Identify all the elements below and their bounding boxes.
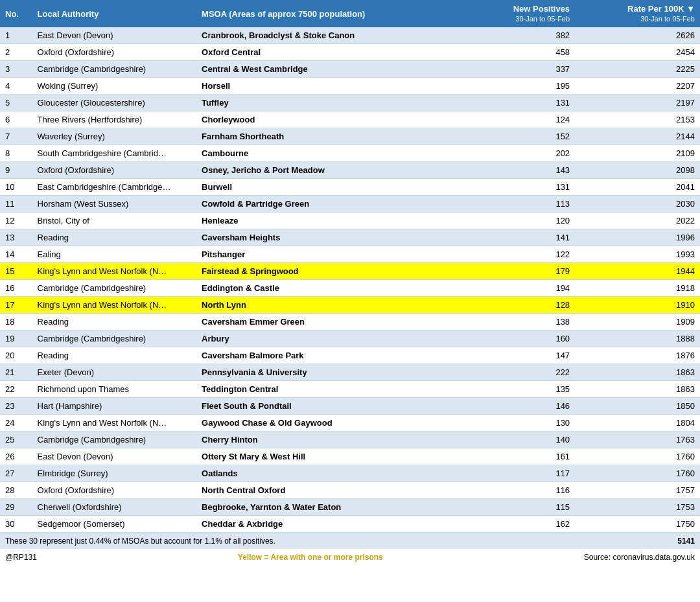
cell-msoa: North Central Oxford [196, 482, 447, 499]
table-row: 30Sedgemoor (Somerset)Cheddar & Axbridge… [0, 516, 700, 533]
table-row: 1East Devon (Devon)Cranbrook, Broadclyst… [0, 27, 700, 44]
cell-new-positives: 179 [447, 263, 575, 280]
cell-msoa: Cowfold & Partridge Green [196, 196, 447, 213]
table-row: 3Cambridge (Cambridgeshire)Central & Wes… [0, 61, 700, 78]
attribution-left: @RP131 [5, 553, 37, 562]
table-row: 21Exeter (Devon)Pennsylvania & Universit… [0, 364, 700, 381]
table-row: 12Bristol, City ofHenleaze1202022 [0, 213, 700, 229]
cell-rate: 2022 [575, 213, 700, 229]
table-row: 23Hart (Hampshire)Fleet South & Pondtail… [0, 398, 700, 415]
cell-msoa: Caversham Emmer Green [196, 314, 447, 330]
cell-rate: 2098 [575, 162, 700, 179]
cell-la: Reading [32, 229, 196, 246]
header-msoa: MSOA (Areas of approx 7500 population) [196, 0, 447, 27]
cell-rate: 2153 [575, 111, 700, 128]
cell-msoa: Begbrooke, Yarnton & Water Eaton [196, 499, 447, 516]
cell-rate: 1863 [575, 381, 700, 398]
cell-la: Woking (Surrey) [32, 78, 196, 95]
cell-no: 12 [0, 213, 32, 229]
table-row: 9Oxford (Oxfordshire)Osney, Jericho & Po… [0, 162, 700, 179]
cell-rate: 1944 [575, 263, 700, 280]
cell-new-positives: 138 [447, 314, 575, 330]
cell-new-positives: 458 [447, 44, 575, 61]
cell-la: East Devon (Devon) [32, 448, 196, 465]
table-row: 20ReadingCaversham Balmore Park1471876 [0, 347, 700, 364]
cell-no: 15 [0, 263, 32, 280]
cell-no: 4 [0, 78, 32, 95]
cell-no: 1 [0, 27, 32, 44]
cell-new-positives: 202 [447, 145, 575, 162]
cell-la: Cambridge (Cambridgeshire) [32, 330, 196, 347]
footer-total: 5141 [677, 537, 695, 546]
cell-no: 29 [0, 499, 32, 516]
header-no: No. [0, 0, 32, 27]
cell-la: Bristol, City of [32, 213, 196, 229]
cell-no: 2 [0, 44, 32, 61]
table-row: 29Cherwell (Oxfordshire)Begbrooke, Yarnt… [0, 499, 700, 516]
cell-new-positives: 140 [447, 432, 575, 448]
cell-no: 23 [0, 398, 32, 415]
cell-new-positives: 337 [447, 61, 575, 78]
table-row: 4Woking (Surrey)Horsell1952207 [0, 78, 700, 95]
cell-msoa: Cherry Hinton [196, 432, 447, 448]
cell-rate: 2144 [575, 128, 700, 145]
cell-new-positives: 194 [447, 280, 575, 297]
cell-la: King's Lynn and West Norfolk (N… [32, 263, 196, 280]
cell-msoa: Teddington Central [196, 381, 447, 398]
cell-msoa: Fairstead & Springwood [196, 263, 447, 280]
cell-new-positives: 122 [447, 246, 575, 263]
table-row: 13ReadingCaversham Heights1411996 [0, 229, 700, 246]
cell-rate: 1918 [575, 280, 700, 297]
table-row: 5Gloucester (Gloucestershire)Tuffley1312… [0, 95, 700, 111]
cell-la: Cherwell (Oxfordshire) [32, 499, 196, 516]
cell-no: 21 [0, 364, 32, 381]
cell-la: South Cambridgeshire (Cambrid… [32, 145, 196, 162]
cell-rate: 2225 [575, 61, 700, 78]
bottom-bar: @RP131 Yellow = Area with one or more pr… [0, 549, 700, 566]
cell-new-positives: 161 [447, 448, 575, 465]
table-row: 18ReadingCaversham Emmer Green1381909 [0, 314, 700, 330]
cell-new-positives: 195 [447, 78, 575, 95]
cell-msoa: Farnham Shortheath [196, 128, 447, 145]
cell-rate: 2454 [575, 44, 700, 61]
cell-new-positives: 117 [447, 465, 575, 482]
header-new: New Positives 30-Jan to 05-Feb [447, 0, 575, 27]
table-row: 14EalingPitshanger1221993 [0, 246, 700, 263]
main-container: No. Local Authority MSOA (Areas of appro… [0, 0, 700, 566]
cell-rate: 1850 [575, 398, 700, 415]
cell-msoa: Pennsylvania & University [196, 364, 447, 381]
cell-msoa: Chorleywood [196, 111, 447, 128]
cell-no: 17 [0, 297, 32, 314]
cell-rate: 2030 [575, 196, 700, 213]
cell-no: 14 [0, 246, 32, 263]
cell-msoa: Caversham Balmore Park [196, 347, 447, 364]
cell-new-positives: 146 [447, 398, 575, 415]
table-row: 25Cambridge (Cambridgeshire)Cherry Hinto… [0, 432, 700, 448]
table-row: 22Richmond upon ThamesTeddington Central… [0, 381, 700, 398]
cell-la: Three Rivers (Hertfordshire) [32, 111, 196, 128]
cell-msoa: Cheddar & Axbridge [196, 516, 447, 533]
cell-no: 19 [0, 330, 32, 347]
cell-msoa: Horsell [196, 78, 447, 95]
cell-msoa: Henleaze [196, 213, 447, 229]
cell-new-positives: 124 [447, 111, 575, 128]
table-row: 27Elmbridge (Surrey)Oatlands1171760 [0, 465, 700, 482]
cell-rate: 1996 [575, 229, 700, 246]
cell-la: Cambridge (Cambridgeshire) [32, 432, 196, 448]
cell-la: Reading [32, 314, 196, 330]
cell-la: King's Lynn and West Norfolk (N… [32, 297, 196, 314]
cell-no: 10 [0, 179, 32, 196]
cell-no: 22 [0, 381, 32, 398]
cell-msoa: Gaywood Chase & Old Gaywood [196, 415, 447, 432]
cell-msoa: Fleet South & Pondtail [196, 398, 447, 415]
cell-msoa: Oatlands [196, 465, 447, 482]
cell-la: Richmond upon Thames [32, 381, 196, 398]
cell-no: 3 [0, 61, 32, 78]
cell-msoa: Ottery St Mary & West Hill [196, 448, 447, 465]
cell-rate: 2626 [575, 27, 700, 44]
table-row: 26East Devon (Devon)Ottery St Mary & Wes… [0, 448, 700, 465]
cell-new-positives: 141 [447, 229, 575, 246]
table-row: 8South Cambridgeshire (Cambrid…Cambourne… [0, 145, 700, 162]
cell-rate: 1993 [575, 246, 700, 263]
cell-la: East Devon (Devon) [32, 27, 196, 44]
